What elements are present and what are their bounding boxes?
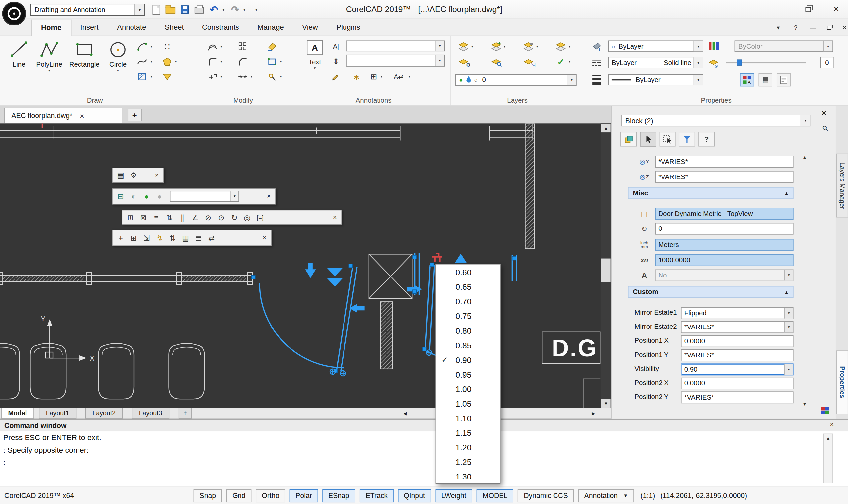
swap-icon[interactable]: ⇄: [206, 232, 218, 244]
tab-properties[interactable]: Properties: [836, 350, 848, 414]
fillet-button[interactable]: [207, 56, 219, 68]
gray-dot-icon[interactable]: ●: [154, 191, 166, 202]
chevron-down-icon[interactable]: ▾: [567, 40, 572, 52]
tab-layout3[interactable]: Layout3: [132, 408, 169, 418]
block-name-field[interactable]: Door Dynamic Metric - TopView: [655, 208, 794, 219]
tab-layout2[interactable]: Layout2: [86, 408, 123, 418]
position1-y-field[interactable]: *VARIES*: [681, 349, 794, 361]
command-window-header[interactable]: Command window — ×: [0, 419, 848, 431]
visibility-field[interactable]: 0.90 ▾: [681, 363, 794, 375]
open-button[interactable]: [164, 3, 177, 16]
close-panel-icon[interactable]: ×: [822, 108, 827, 118]
text-align-button[interactable]: A⇄: [393, 71, 405, 83]
half-circle-icon[interactable]: ◐: [127, 191, 139, 202]
lineweight-slider-handle[interactable]: [737, 60, 742, 66]
tab-sheet[interactable]: Sheet: [155, 20, 193, 36]
chevron-down-icon[interactable]: ▾: [149, 40, 154, 52]
chevron-down-icon[interactable]: ▾: [784, 322, 793, 333]
line-color-combo[interactable]: ○ ByLayer ▾: [608, 40, 703, 52]
drawing-canvas[interactable]: Y X D.G: [0, 123, 611, 408]
chevron-down-icon[interactable]: ▾: [784, 308, 793, 319]
z-coordinate-field[interactable]: *VARIES*: [655, 171, 794, 183]
menu-item[interactable]: 0.70: [436, 294, 500, 309]
help-icon[interactable]: ?: [790, 23, 802, 33]
tab-manage[interactable]: Manage: [248, 20, 293, 36]
scroll-up-icon[interactable]: ▲: [824, 434, 832, 441]
tab-view[interactable]: View: [293, 20, 327, 36]
tangent-icon[interactable]: ⊘: [202, 211, 214, 223]
green-dot-icon[interactable]: ●: [141, 191, 153, 202]
canvas-scroll-left-button[interactable]: ◀: [402, 409, 409, 417]
layer-restore-button[interactable]: ⇲: [523, 56, 534, 68]
match-properties-button[interactable]: [590, 40, 603, 52]
toggle-polar[interactable]: Polar: [289, 489, 318, 502]
quick-access-customize-icon[interactable]: ▾: [253, 3, 260, 16]
chevron-down-icon[interactable]: ▾: [534, 40, 540, 52]
grip-list-icon[interactable]: ▤: [114, 169, 126, 181]
chevron-down-icon[interactable]: ▾: [435, 41, 444, 51]
collapse-icon[interactable]: ▲: [784, 191, 789, 196]
chevron-down-icon[interactable]: ▾: [784, 364, 793, 375]
dimension-style-combo[interactable]: ▾: [346, 40, 444, 51]
add-layout-button[interactable]: +: [179, 408, 192, 418]
layer-states-button[interactable]: [555, 40, 567, 52]
select-button[interactable]: [640, 132, 656, 146]
align-icon[interactable]: ≡: [151, 211, 162, 223]
polyline-tool-button[interactable]: PolyLine ▾: [33, 39, 65, 73]
text-tool-button[interactable]: A Text ▾: [303, 39, 326, 70]
copy-icon[interactable]: ⊞: [125, 211, 137, 223]
menu-item[interactable]: 0.75: [436, 309, 500, 323]
minimize-button[interactable]: —: [770, 3, 788, 16]
linestyle-combo[interactable]: ByLayer Solid line ▾: [608, 57, 703, 68]
tab-layers-manager[interactable]: Layers Manager: [836, 154, 848, 218]
close-tab-icon[interactable]: ×: [80, 111, 84, 120]
chevron-down-icon[interactable]: ▾: [135, 4, 144, 15]
chevron-down-icon[interactable]: ▾: [33, 68, 65, 73]
layer-preview-button[interactable]: [490, 56, 502, 68]
dimension-button[interactable]: ⇕: [330, 56, 342, 68]
close-icon[interactable]: ×: [260, 234, 269, 242]
table-button[interactable]: ⊞: [368, 71, 379, 83]
angle-icon[interactable]: ∠: [190, 211, 201, 223]
lineweight-icon[interactable]: [590, 74, 603, 86]
annotation-scale-dropdown[interactable]: Annotation ▼: [578, 489, 634, 502]
doc-minimize-icon[interactable]: —: [807, 23, 819, 33]
layers-manager-button[interactable]: [458, 40, 470, 52]
gear-icon[interactable]: ⚙: [127, 169, 139, 181]
corner-icon[interactable]: ⇲: [141, 232, 153, 244]
floating-toolbar-grips[interactable]: ▤ ⚙ ×: [112, 167, 164, 183]
chevron-down-icon[interactable]: ▾: [278, 71, 283, 83]
chevron-down-icon[interactable]: ▾: [567, 56, 572, 68]
tab-layout1[interactable]: Layout1: [39, 408, 76, 418]
annotative-field[interactable]: No ▾: [655, 269, 794, 281]
layer-settings-button[interactable]: ⚙: [458, 56, 470, 68]
pattern-button[interactable]: [237, 40, 249, 52]
tab-annotate[interactable]: Annotate: [108, 20, 155, 36]
chevron-down-icon[interactable]: ▾: [105, 68, 131, 73]
tab-plugins[interactable]: Plugins: [327, 20, 370, 36]
minimize-icon[interactable]: —: [813, 420, 824, 428]
vertical-scrollbar-thumb[interactable]: [601, 259, 611, 283]
arc-tool-button[interactable]: [137, 40, 148, 52]
annotation-scale-button[interactable]: A: [740, 73, 754, 86]
lineweight-display-button[interactable]: ▤: [758, 73, 772, 86]
toggle-esnap[interactable]: ESnap: [322, 489, 355, 502]
chevron-down-icon[interactable]: ▾: [278, 56, 283, 68]
move-icon[interactable]: +: [114, 232, 126, 244]
distribute-icon[interactable]: ⇅: [163, 211, 175, 223]
print-button[interactable]: [193, 3, 206, 16]
chevron-down-icon[interactable]: ▾: [502, 40, 507, 52]
wipeout-tool-button[interactable]: [161, 71, 173, 83]
pin-icon[interactable]: ⚲: [820, 124, 830, 133]
chevron-down-icon[interactable]: ▾: [149, 71, 154, 83]
panel-icon[interactable]: ⊟: [114, 191, 126, 202]
toggle-qinput[interactable]: QInput: [398, 489, 431, 502]
menu-item[interactable]: 0.65: [436, 280, 500, 294]
position2-x-field[interactable]: 0.0000: [681, 378, 794, 390]
close-button[interactable]: ×: [828, 3, 845, 16]
units-field[interactable]: Meters: [655, 239, 794, 251]
filter-button[interactable]: [679, 132, 695, 146]
chevron-down-icon[interactable]: ▾: [378, 71, 384, 83]
weld-button[interactable]: [207, 71, 219, 83]
edit-block-button[interactable]: [620, 132, 637, 146]
